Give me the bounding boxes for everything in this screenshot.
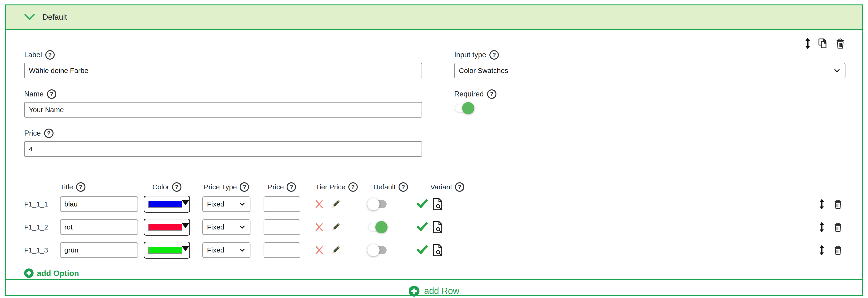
price-help-icon[interactable]: ? bbox=[44, 129, 54, 138]
col-variant-label: Variant bbox=[431, 183, 452, 191]
tier-price-remove-icon[interactable] bbox=[314, 245, 324, 256]
tier-price-remove-icon[interactable] bbox=[314, 222, 324, 233]
chevron-down-icon bbox=[240, 249, 245, 252]
group-body: Label ? Name ? Price ? bbox=[6, 30, 862, 279]
move-row-icon[interactable] bbox=[819, 199, 824, 209]
col-default-label: Default bbox=[373, 183, 396, 191]
option-settings-form: Label ? Name ? Price ? bbox=[24, 30, 845, 168]
col-color-help-icon[interactable]: ? bbox=[172, 182, 181, 192]
col-title-help-icon[interactable]: ? bbox=[76, 182, 86, 192]
option-title-input[interactable] bbox=[60, 196, 138, 212]
option-row: F1_1_2 Fixed bbox=[24, 219, 845, 236]
delete-row-icon[interactable] bbox=[834, 222, 842, 232]
chevron-down-icon[interactable] bbox=[24, 14, 35, 21]
col-tier-price-label: Tier Price bbox=[315, 183, 345, 191]
price-type-selected-value: Fixed bbox=[207, 223, 240, 231]
tier-price-edit-pencil-icon[interactable] bbox=[330, 199, 341, 209]
option-title-input[interactable] bbox=[60, 220, 138, 235]
label-field-label: Label bbox=[24, 51, 42, 59]
option-code: F1_1_1 bbox=[24, 200, 60, 208]
col-color-label: Color bbox=[152, 183, 169, 191]
variant-preview-icon[interactable] bbox=[432, 244, 443, 257]
col-price-help-icon[interactable]: ? bbox=[287, 182, 296, 192]
move-group-icon[interactable] bbox=[805, 38, 811, 49]
group-header[interactable]: Default bbox=[6, 5, 862, 30]
add-row-label: add Row bbox=[424, 286, 459, 296]
chevron-down-icon bbox=[240, 226, 245, 229]
label-help-icon[interactable]: ? bbox=[45, 50, 55, 60]
color-swatch bbox=[148, 201, 182, 208]
dropdown-triangle-icon bbox=[181, 246, 189, 251]
price-type-selected-value: Fixed bbox=[207, 246, 240, 254]
plus-circle-icon bbox=[24, 268, 34, 278]
input-type-select[interactable]: Color Swatches bbox=[454, 63, 845, 78]
color-swatch bbox=[148, 224, 182, 231]
label-input[interactable] bbox=[24, 63, 422, 78]
default-toggle[interactable] bbox=[367, 244, 386, 256]
input-type-selected-value: Color Swatches bbox=[459, 67, 834, 75]
color-swatch-button[interactable] bbox=[144, 242, 190, 259]
price-input[interactable] bbox=[24, 141, 422, 157]
color-swatch-button[interactable] bbox=[144, 219, 190, 236]
toggle-knob bbox=[367, 198, 379, 210]
color-swatch-button[interactable] bbox=[144, 196, 190, 212]
delete-group-icon[interactable] bbox=[836, 38, 845, 49]
variant-check-icon bbox=[417, 245, 428, 255]
name-input[interactable] bbox=[24, 102, 422, 118]
variant-preview-icon[interactable] bbox=[432, 198, 443, 210]
name-field-group: Name ? bbox=[24, 89, 422, 118]
required-field-label: Required bbox=[454, 90, 484, 98]
label-field-group: Label ? bbox=[24, 50, 422, 78]
option-price-input[interactable] bbox=[264, 220, 300, 235]
name-field-label: Name bbox=[24, 90, 44, 98]
col-default-help-icon[interactable]: ? bbox=[399, 182, 408, 192]
toggle-knob bbox=[367, 244, 379, 256]
variant-preview-icon[interactable] bbox=[432, 221, 443, 233]
option-code: F1_1_3 bbox=[24, 246, 60, 254]
tier-price-remove-icon[interactable] bbox=[314, 199, 324, 209]
input-type-field-group: Input type ? Color Swatches bbox=[454, 50, 845, 78]
col-price-type-label: Price Type bbox=[204, 183, 237, 191]
tier-price-edit-pencil-icon[interactable] bbox=[330, 222, 341, 233]
dropdown-triangle-icon bbox=[181, 223, 189, 228]
col-variant-help-icon[interactable]: ? bbox=[455, 182, 464, 192]
option-price-input[interactable] bbox=[264, 196, 300, 212]
tier-price-edit-pencil-icon[interactable] bbox=[330, 245, 341, 256]
default-toggle[interactable] bbox=[367, 221, 386, 233]
group-title: Default bbox=[42, 13, 67, 22]
price-type-select[interactable]: Fixed bbox=[202, 196, 250, 212]
required-help-icon[interactable]: ? bbox=[487, 90, 496, 99]
add-option-button[interactable]: add Option bbox=[24, 268, 79, 278]
plus-circle-icon bbox=[409, 286, 420, 297]
col-title-label: Title bbox=[60, 183, 73, 191]
price-type-selected-value: Fixed bbox=[207, 200, 240, 208]
option-row: F1_1_3 Fixed bbox=[24, 242, 845, 259]
option-title-input[interactable] bbox=[60, 242, 138, 258]
delete-row-icon[interactable] bbox=[834, 245, 842, 255]
col-price-type-help-icon[interactable]: ? bbox=[240, 182, 249, 192]
add-option-label: add Option bbox=[37, 269, 79, 278]
option-price-input[interactable] bbox=[264, 242, 300, 258]
input-type-field-label: Input type bbox=[454, 51, 486, 59]
group-footer: add Row bbox=[6, 279, 862, 298]
price-type-select[interactable]: Fixed bbox=[202, 220, 250, 235]
options-table-header: Title ? Color ? Price Type ? Price ? Tie… bbox=[24, 181, 845, 193]
duplicate-group-icon[interactable] bbox=[818, 38, 829, 49]
default-toggle[interactable] bbox=[367, 198, 386, 210]
col-tier-price-help-icon[interactable]: ? bbox=[348, 182, 358, 192]
input-type-help-icon[interactable]: ? bbox=[489, 50, 499, 60]
name-help-icon[interactable]: ? bbox=[47, 90, 56, 99]
chevron-down-icon bbox=[834, 69, 840, 72]
move-row-icon[interactable] bbox=[819, 245, 824, 255]
option-code: F1_1_2 bbox=[24, 223, 60, 231]
required-toggle[interactable] bbox=[454, 102, 473, 114]
color-swatch bbox=[148, 246, 182, 254]
delete-row-icon[interactable] bbox=[834, 199, 842, 209]
toggle-knob bbox=[462, 102, 474, 114]
group-toolbar bbox=[805, 38, 845, 49]
variant-check-icon bbox=[417, 222, 428, 232]
options-table: Title ? Color ? Price Type ? Price ? Tie… bbox=[24, 181, 845, 279]
add-row-button[interactable]: add Row bbox=[409, 286, 459, 297]
move-row-icon[interactable] bbox=[819, 222, 824, 232]
price-type-select[interactable]: Fixed bbox=[202, 242, 250, 258]
